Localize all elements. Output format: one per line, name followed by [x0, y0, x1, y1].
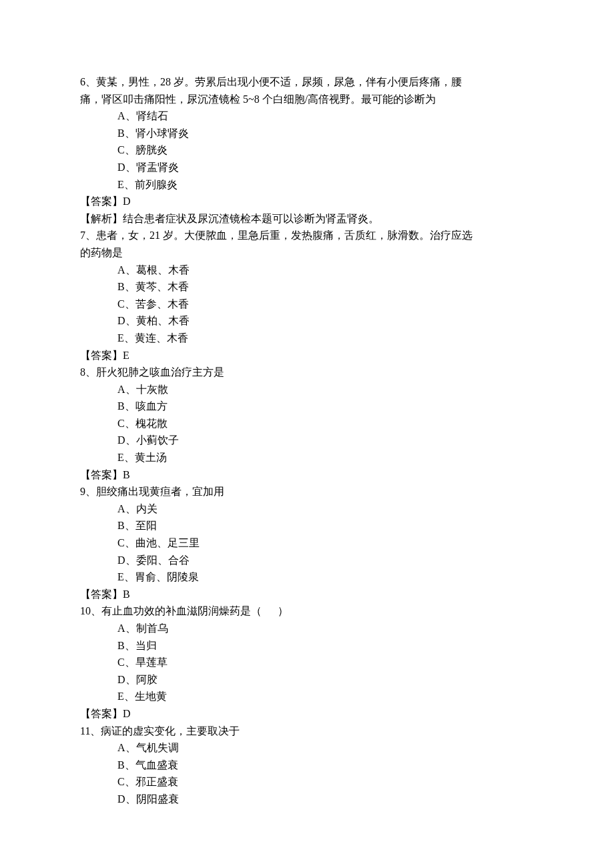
question-option: D、肾盂肾炎: [80, 159, 534, 176]
question-option: E、生地黄: [80, 688, 534, 705]
answer-line: 【答案】B: [80, 466, 534, 484]
question-option: B、咳血方: [80, 398, 534, 415]
question-option: D、黄柏、木香: [80, 312, 534, 330]
question-option: D、委阳、合谷: [80, 552, 534, 569]
answer-line: 【答案】D: [80, 193, 534, 210]
question-option: A、葛根、木香: [80, 262, 534, 279]
question-option: B、肾小球肾炎: [80, 125, 534, 142]
question-option: D、小蓟饮子: [80, 432, 534, 449]
question-stem: 8、肝火犯肺之咳血治疗主方是: [80, 364, 534, 381]
question-option: A、内关: [80, 500, 534, 518]
question-option: B、当归: [80, 637, 534, 655]
question-stem: 痛，肾区叩击痛阳性，尿沉渣镜检 5~8 个白细胞/高倍视野。最可能的诊断为: [80, 91, 534, 108]
question-option: E、胃俞、阴陵泉: [80, 568, 534, 586]
question-stem: 的药物是: [80, 244, 534, 262]
question-stem: 6、黄某，男性，28 岁。劳累后出现小便不适，尿频，尿急，伴有小便后疼痛，腰: [80, 73, 534, 91]
question-option: B、至阳: [80, 517, 534, 534]
question-option: D、阴阳盛衰: [80, 791, 534, 808]
analysis-line: 【解析】结合患者症状及尿沉渣镜检本题可以诊断为肾盂肾炎。: [80, 210, 534, 228]
answer-line: 【答案】B: [80, 586, 534, 603]
question-option: D、阿胶: [80, 671, 534, 689]
question-option: C、曲池、足三里: [80, 534, 534, 552]
question-option: A、十灰散: [80, 381, 534, 398]
question-option: A、肾结石: [80, 107, 534, 125]
answer-line: 【答案】D: [80, 705, 534, 723]
question-stem: 10、有止血功效的补血滋阴润燥药是（ ）: [80, 602, 534, 620]
answer-line: 【答案】E: [80, 347, 534, 364]
page-content: 6、黄某，男性，28 岁。劳累后出现小便不适，尿频，尿急，伴有小便后疼痛，腰痛，…: [0, 0, 614, 868]
question-option: C、膀胱炎: [80, 141, 534, 159]
question-stem: 7、患者，女，21 岁。大便脓血，里急后重，发热腹痛，舌质红，脉滑数。治疗应选: [80, 227, 534, 244]
question-option: C、槐花散: [80, 415, 534, 432]
question-stem: 11、病证的虚实变化，主要取决于: [80, 723, 534, 740]
question-option: C、苦参、木香: [80, 296, 534, 313]
question-option: B、气血盛衰: [80, 757, 534, 774]
question-option: E、黄土汤: [80, 449, 534, 466]
question-option: A、气机失调: [80, 739, 534, 757]
question-option: E、黄连、木香: [80, 330, 534, 347]
question-stem: 9、胆绞痛出现黄疸者，宜加用: [80, 483, 534, 500]
question-option: C、邪正盛衰: [80, 773, 534, 791]
question-option: A、制首乌: [80, 620, 534, 637]
question-option: B、黄芩、木香: [80, 278, 534, 296]
question-option: C、旱莲草: [80, 654, 534, 671]
question-option: E、前列腺炎: [80, 176, 534, 193]
